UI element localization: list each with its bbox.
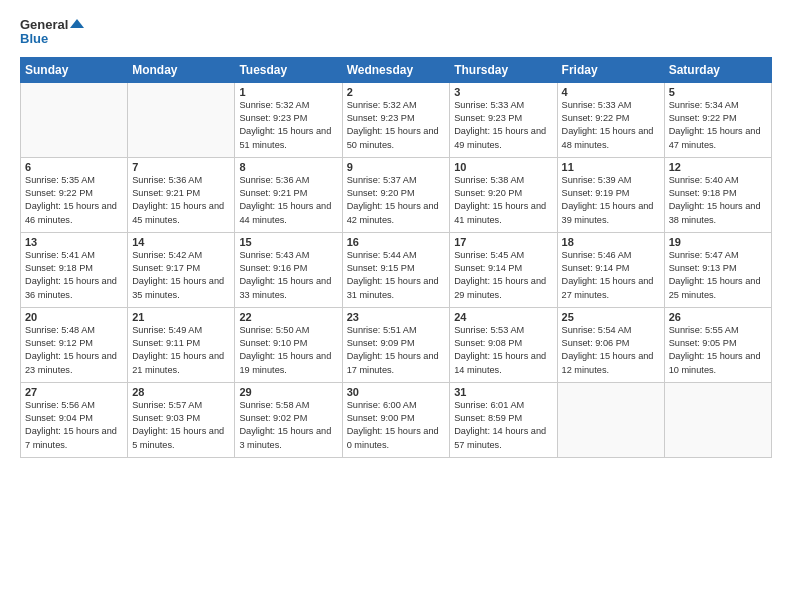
calendar-cell: 29Sunrise: 5:58 AMSunset: 9:02 PMDayligh…: [235, 382, 342, 457]
day-info: Sunrise: 5:54 AMSunset: 9:06 PMDaylight:…: [562, 324, 660, 377]
day-number: 16: [347, 236, 446, 248]
logo-general: General: [20, 18, 84, 32]
day-info: Sunrise: 5:32 AMSunset: 9:23 PMDaylight:…: [239, 99, 337, 152]
day-number: 29: [239, 386, 337, 398]
day-number: 30: [347, 386, 446, 398]
calendar-cell: 18Sunrise: 5:46 AMSunset: 9:14 PMDayligh…: [557, 232, 664, 307]
day-header-tuesday: Tuesday: [235, 57, 342, 82]
day-number: 25: [562, 311, 660, 323]
calendar-cell: 13Sunrise: 5:41 AMSunset: 9:18 PMDayligh…: [21, 232, 128, 307]
day-info: Sunrise: 5:57 AMSunset: 9:03 PMDaylight:…: [132, 399, 230, 452]
day-header-sunday: Sunday: [21, 57, 128, 82]
calendar-cell: 14Sunrise: 5:42 AMSunset: 9:17 PMDayligh…: [128, 232, 235, 307]
calendar-cell: 10Sunrise: 5:38 AMSunset: 9:20 PMDayligh…: [450, 157, 557, 232]
calendar-cell: [128, 82, 235, 157]
logo-blue: Blue: [20, 32, 84, 46]
week-row-1: 1Sunrise: 5:32 AMSunset: 9:23 PMDaylight…: [21, 82, 772, 157]
day-info: Sunrise: 5:39 AMSunset: 9:19 PMDaylight:…: [562, 174, 660, 227]
day-number: 21: [132, 311, 230, 323]
calendar-cell: 11Sunrise: 5:39 AMSunset: 9:19 PMDayligh…: [557, 157, 664, 232]
day-number: 27: [25, 386, 123, 398]
calendar-cell: 27Sunrise: 5:56 AMSunset: 9:04 PMDayligh…: [21, 382, 128, 457]
calendar-cell: 9Sunrise: 5:37 AMSunset: 9:20 PMDaylight…: [342, 157, 450, 232]
day-number: 24: [454, 311, 552, 323]
day-info: Sunrise: 6:01 AMSunset: 8:59 PMDaylight:…: [454, 399, 552, 452]
day-number: 31: [454, 386, 552, 398]
day-info: Sunrise: 5:42 AMSunset: 9:17 PMDaylight:…: [132, 249, 230, 302]
day-info: Sunrise: 5:41 AMSunset: 9:18 PMDaylight:…: [25, 249, 123, 302]
calendar-cell: 6Sunrise: 5:35 AMSunset: 9:22 PMDaylight…: [21, 157, 128, 232]
day-number: 14: [132, 236, 230, 248]
calendar-cell: 24Sunrise: 5:53 AMSunset: 9:08 PMDayligh…: [450, 307, 557, 382]
day-info: Sunrise: 5:32 AMSunset: 9:23 PMDaylight:…: [347, 99, 446, 152]
day-number: 18: [562, 236, 660, 248]
day-info: Sunrise: 5:53 AMSunset: 9:08 PMDaylight:…: [454, 324, 552, 377]
day-number: 15: [239, 236, 337, 248]
week-row-3: 13Sunrise: 5:41 AMSunset: 9:18 PMDayligh…: [21, 232, 772, 307]
day-number: 3: [454, 86, 552, 98]
day-info: Sunrise: 5:58 AMSunset: 9:02 PMDaylight:…: [239, 399, 337, 452]
day-info: Sunrise: 5:33 AMSunset: 9:22 PMDaylight:…: [562, 99, 660, 152]
day-number: 9: [347, 161, 446, 173]
calendar-cell: 8Sunrise: 5:36 AMSunset: 9:21 PMDaylight…: [235, 157, 342, 232]
calendar-cell: 30Sunrise: 6:00 AMSunset: 9:00 PMDayligh…: [342, 382, 450, 457]
day-info: Sunrise: 5:36 AMSunset: 9:21 PMDaylight:…: [239, 174, 337, 227]
logo: General Blue: [20, 18, 84, 47]
calendar-cell: [557, 382, 664, 457]
week-row-5: 27Sunrise: 5:56 AMSunset: 9:04 PMDayligh…: [21, 382, 772, 457]
day-info: Sunrise: 5:38 AMSunset: 9:20 PMDaylight:…: [454, 174, 552, 227]
day-info: Sunrise: 5:55 AMSunset: 9:05 PMDaylight:…: [669, 324, 767, 377]
calendar-cell: [664, 382, 771, 457]
calendar-cell: 31Sunrise: 6:01 AMSunset: 8:59 PMDayligh…: [450, 382, 557, 457]
calendar-cell: 26Sunrise: 5:55 AMSunset: 9:05 PMDayligh…: [664, 307, 771, 382]
day-info: Sunrise: 6:00 AMSunset: 9:00 PMDaylight:…: [347, 399, 446, 452]
day-number: 28: [132, 386, 230, 398]
day-info: Sunrise: 5:51 AMSunset: 9:09 PMDaylight:…: [347, 324, 446, 377]
day-number: 7: [132, 161, 230, 173]
day-number: 2: [347, 86, 446, 98]
day-info: Sunrise: 5:48 AMSunset: 9:12 PMDaylight:…: [25, 324, 123, 377]
day-number: 17: [454, 236, 552, 248]
day-number: 10: [454, 161, 552, 173]
day-info: Sunrise: 5:37 AMSunset: 9:20 PMDaylight:…: [347, 174, 446, 227]
day-info: Sunrise: 5:43 AMSunset: 9:16 PMDaylight:…: [239, 249, 337, 302]
day-info: Sunrise: 5:49 AMSunset: 9:11 PMDaylight:…: [132, 324, 230, 377]
page: General Blue SundayMondayTuesdayWednesda…: [0, 0, 792, 612]
day-info: Sunrise: 5:36 AMSunset: 9:21 PMDaylight:…: [132, 174, 230, 227]
day-number: 22: [239, 311, 337, 323]
day-number: 6: [25, 161, 123, 173]
calendar-cell: 1Sunrise: 5:32 AMSunset: 9:23 PMDaylight…: [235, 82, 342, 157]
day-info: Sunrise: 5:46 AMSunset: 9:14 PMDaylight:…: [562, 249, 660, 302]
calendar-cell: 22Sunrise: 5:50 AMSunset: 9:10 PMDayligh…: [235, 307, 342, 382]
day-number: 26: [669, 311, 767, 323]
logo-text: General Blue: [20, 18, 84, 47]
day-number: 11: [562, 161, 660, 173]
calendar-cell: 7Sunrise: 5:36 AMSunset: 9:21 PMDaylight…: [128, 157, 235, 232]
day-info: Sunrise: 5:35 AMSunset: 9:22 PMDaylight:…: [25, 174, 123, 227]
day-header-wednesday: Wednesday: [342, 57, 450, 82]
day-info: Sunrise: 5:33 AMSunset: 9:23 PMDaylight:…: [454, 99, 552, 152]
calendar-cell: [21, 82, 128, 157]
calendar-cell: 19Sunrise: 5:47 AMSunset: 9:13 PMDayligh…: [664, 232, 771, 307]
calendar-cell: 15Sunrise: 5:43 AMSunset: 9:16 PMDayligh…: [235, 232, 342, 307]
day-number: 19: [669, 236, 767, 248]
calendar: SundayMondayTuesdayWednesdayThursdayFrid…: [20, 57, 772, 458]
day-number: 20: [25, 311, 123, 323]
week-row-2: 6Sunrise: 5:35 AMSunset: 9:22 PMDaylight…: [21, 157, 772, 232]
day-info: Sunrise: 5:34 AMSunset: 9:22 PMDaylight:…: [669, 99, 767, 152]
calendar-cell: 3Sunrise: 5:33 AMSunset: 9:23 PMDaylight…: [450, 82, 557, 157]
header: General Blue: [20, 18, 772, 47]
day-number: 4: [562, 86, 660, 98]
day-header-thursday: Thursday: [450, 57, 557, 82]
calendar-cell: 5Sunrise: 5:34 AMSunset: 9:22 PMDaylight…: [664, 82, 771, 157]
day-header-saturday: Saturday: [664, 57, 771, 82]
calendar-cell: 12Sunrise: 5:40 AMSunset: 9:18 PMDayligh…: [664, 157, 771, 232]
day-header-monday: Monday: [128, 57, 235, 82]
calendar-cell: 20Sunrise: 5:48 AMSunset: 9:12 PMDayligh…: [21, 307, 128, 382]
calendar-cell: 25Sunrise: 5:54 AMSunset: 9:06 PMDayligh…: [557, 307, 664, 382]
calendar-cell: 2Sunrise: 5:32 AMSunset: 9:23 PMDaylight…: [342, 82, 450, 157]
calendar-cell: 28Sunrise: 5:57 AMSunset: 9:03 PMDayligh…: [128, 382, 235, 457]
calendar-cell: 21Sunrise: 5:49 AMSunset: 9:11 PMDayligh…: [128, 307, 235, 382]
day-number: 5: [669, 86, 767, 98]
day-number: 1: [239, 86, 337, 98]
